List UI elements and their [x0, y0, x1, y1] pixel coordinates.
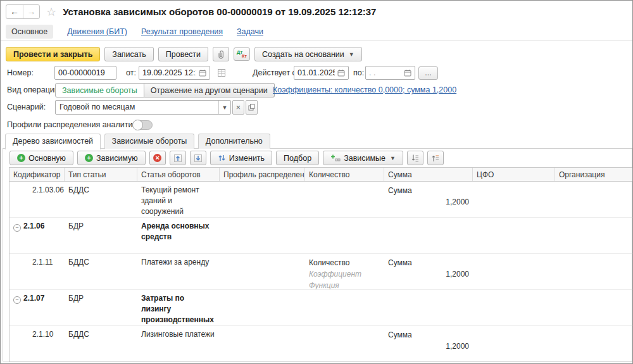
open-icon — [248, 104, 255, 111]
chevron-down-icon[interactable]: ▼ — [218, 101, 230, 114]
cell-organization — [555, 326, 633, 361]
operation-option-dependent[interactable]: Зависимые обороты — [55, 83, 144, 97]
back-button[interactable]: ← — [6, 5, 23, 18]
cell-cfo — [473, 254, 555, 289]
cell-organization — [555, 290, 633, 325]
nav-tab-result[interactable]: Результат проведения — [141, 27, 223, 36]
favorite-star-icon[interactable]: ☆ — [46, 6, 56, 18]
scenario-combo[interactable]: Годовой по месяцам ▼ — [55, 100, 231, 115]
column-header[interactable]: Организация — [555, 168, 633, 181]
nav-tabs: Основное Движения (БИТ) Результат провед… — [6, 25, 263, 39]
swap-arrows-icon — [218, 154, 226, 162]
tab-additional[interactable]: Дополнительно — [198, 134, 270, 149]
post-and-close-button[interactable]: Провести и закрыть — [6, 47, 100, 61]
create-based-on-button[interactable]: Создать на основании ▼ — [254, 47, 362, 61]
nav-tab-main[interactable]: Основное — [6, 25, 53, 39]
open-button[interactable] — [246, 100, 258, 115]
move-up-button[interactable] — [170, 151, 186, 165]
chevron-down-icon: ▼ — [390, 155, 396, 161]
page-title: Установка зависимых оборотов 00-00000019… — [63, 6, 376, 17]
set-level-down-button[interactable] — [407, 151, 423, 165]
change-button[interactable]: Изменить — [210, 151, 272, 165]
tab-dependent-turnovers[interactable]: Зависимые обороты — [104, 134, 195, 149]
cell-article: Текущий ремонт зданий и сооружений — [137, 182, 220, 217]
window-header: ← → ☆ Установка зависимых оборотов 00-00… — [6, 4, 376, 19]
operation-row: Вид операции: Зависимые обороты Отражени… — [1, 83, 632, 97]
nav-tab-tasks[interactable]: Задачи — [237, 27, 263, 36]
table-row[interactable]: 2.1.03.06БДДСТекущий ремонт зданий и соо… — [9, 182, 633, 218]
cell-cfo — [473, 326, 555, 361]
add-icon: + — [85, 154, 93, 162]
operation-option-reflection[interactable]: Отражение на другом сценарии — [144, 83, 275, 97]
doc-date-input[interactable]: 19.09.2025 12:12:37 — [139, 66, 210, 80]
table-body: 2.1.03.06БДДСТекущий ремонт зданий и соо… — [9, 182, 633, 362]
table-row[interactable]: 2.1.10БДДСЛизинговые платежиСумма1,2000 — [9, 326, 633, 362]
cell-quantity — [305, 326, 384, 361]
valid-to-input[interactable]: . . — [365, 66, 415, 80]
column-header[interactable]: Тип статьи — [65, 168, 137, 181]
cell-profile — [220, 218, 305, 253]
table-row[interactable]: −2.1.07БДРЗатраты по лизингу производств… — [9, 290, 633, 326]
cell-quantity — [305, 290, 384, 325]
profiles-label: Профили распределения аналитик: — [7, 118, 138, 132]
calendar-icon[interactable] — [404, 69, 411, 77]
cell-type: БДДС — [65, 182, 137, 217]
register-grid-icon[interactable] — [217, 68, 226, 77]
cell-code: −2.1.06 — [9, 218, 65, 253]
coefficients-link[interactable]: Коэффициенты: количество 0,0000; сумма 1… — [273, 83, 456, 97]
dtkt-button[interactable]: Дт Кт — [234, 47, 250, 61]
profiles-toggle[interactable] — [132, 120, 153, 130]
cell-sum — [384, 218, 473, 253]
clear-button[interactable]: × — [232, 100, 244, 115]
arrow-down-icon — [194, 154, 203, 163]
table-row[interactable]: −2.1.06БДРАренда основных средств — [9, 218, 633, 254]
calendar-icon[interactable] — [337, 69, 345, 77]
detail-tabs: Дерево зависимостей Зависимые обороты До… — [3, 134, 632, 149]
cell-code: 2.1.03.06 — [9, 182, 65, 217]
delete-button[interactable]: × — [149, 151, 166, 165]
post-button[interactable]: Провести — [158, 47, 208, 61]
cell-profile — [220, 326, 305, 361]
forward-button[interactable]: → — [23, 5, 39, 18]
paperclip-icon — [216, 49, 226, 59]
cell-type: БДР — [65, 290, 137, 325]
add-linked-icon — [330, 154, 341, 162]
scenario-row: Сценарий: Годовой по месяцам ▼ × — [1, 100, 632, 115]
cell-quantity — [305, 218, 384, 253]
column-header[interactable]: ЦФО — [473, 168, 555, 181]
move-down-button[interactable] — [190, 151, 206, 165]
cell-type: БДДС — [65, 326, 137, 361]
profiles-row: Профили распределения аналитик: — [1, 118, 632, 132]
cell-sum: Сумма1,2000 — [384, 182, 473, 217]
cell-type: БДР — [65, 218, 137, 253]
set-level-up-button[interactable] — [427, 151, 444, 165]
column-header[interactable]: Кодификатор — [9, 168, 65, 181]
document-window: ← → ☆ Установка зависимых оборотов 00-00… — [0, 0, 633, 364]
tab-dependency-tree[interactable]: Дерево зависимостей — [5, 134, 101, 149]
valid-from-label: Действует с: — [253, 66, 298, 80]
add-icon: + — [17, 154, 25, 162]
dependents-menu-button[interactable]: Зависимые ▼ — [323, 151, 403, 165]
column-header[interactable]: Сумма — [384, 168, 473, 181]
add-dependent-button[interactable]: + Зависимую — [77, 151, 146, 165]
column-header[interactable]: Профиль распределения — [220, 168, 305, 181]
more-button[interactable]: ... — [418, 66, 438, 80]
cell-organization — [555, 182, 633, 217]
tree-collapse-icon[interactable]: − — [13, 224, 21, 232]
save-button[interactable]: Записать — [104, 47, 153, 61]
cell-quantity: КоличествоКоэффициентФункция — [305, 254, 384, 289]
column-header[interactable]: Количество — [305, 168, 384, 181]
cell-article: Аренда основных средств — [137, 218, 220, 253]
attachments-button[interactable] — [213, 47, 229, 61]
column-header[interactable]: Статья оборотов — [137, 168, 220, 181]
table-row[interactable]: 2.1.11БДДСПлатежи за арендуКоличествоКоэ… — [9, 254, 633, 290]
add-main-button[interactable]: + Основную — [9, 151, 73, 165]
pick-button[interactable]: Подбор — [276, 151, 319, 165]
calendar-icon[interactable] — [199, 69, 206, 77]
cell-code: −2.1.07 — [9, 290, 65, 325]
number-input[interactable]: 00-00000019 — [54, 66, 116, 80]
arrow-up-icon — [173, 154, 182, 163]
nav-tab-movements[interactable]: Движения (БИТ) — [67, 27, 127, 36]
valid-from-input[interactable]: 01.01.2025 — [294, 66, 349, 80]
tree-collapse-icon[interactable]: − — [13, 296, 21, 304]
